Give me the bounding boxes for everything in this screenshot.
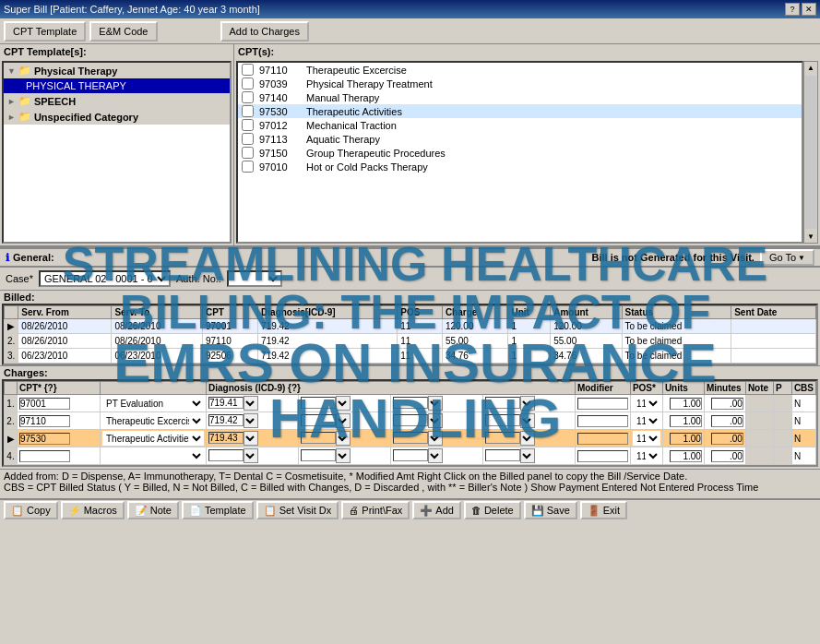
ch-cpt-input-1[interactable] xyxy=(19,398,70,410)
ch-minutes-1[interactable] xyxy=(704,395,745,412)
ch-minutes-4[interactable] xyxy=(704,447,745,465)
cpt-item-97150[interactable]: 97150 Group Therapeutic Procedures xyxy=(238,146,802,160)
ch-cpt-input-2[interactable] xyxy=(19,415,70,427)
ch-note-2[interactable] xyxy=(745,412,773,430)
template-button[interactable]: 📄 Template xyxy=(182,501,254,519)
ch-pos-select-3[interactable]: 11 xyxy=(633,431,660,446)
sidebar-item-physical-therapy-sub[interactable]: PHYSICAL THERAPY xyxy=(4,78,230,93)
ch-p-3[interactable] xyxy=(773,430,791,447)
cpt-checkbox-97530[interactable] xyxy=(242,105,254,117)
cpt-scrollbar[interactable]: ▲ ▼ xyxy=(803,61,818,244)
cpt-item-97039[interactable]: 97039 Physical Therapy Treatment xyxy=(238,77,802,90)
print-fax-button[interactable]: 🖨 Print\Fax xyxy=(341,501,410,519)
ch-dx4-2[interactable] xyxy=(482,412,575,430)
ch-cpt-2[interactable] xyxy=(18,412,101,430)
ch-dx4-4[interactable] xyxy=(482,447,575,465)
sidebar-item-physical-therapy[interactable]: ▼ 📁 Physical Therapy xyxy=(4,63,230,78)
auth-select[interactable] xyxy=(227,270,282,287)
cpt-checkbox-97012[interactable] xyxy=(242,119,254,131)
sidebar-item-unspecified[interactable]: ► 📁 Unspecified Category xyxy=(4,109,230,125)
ch-cpt-select-3[interactable]: Therapeutic Activities xyxy=(102,431,204,446)
ch-mod-4[interactable] xyxy=(575,447,630,465)
charges-row-2[interactable]: 2. Therapeutic Excercise xyxy=(5,412,816,430)
cpt-checkbox-97113[interactable] xyxy=(242,133,254,145)
cpt-item-97110[interactable]: 97110 Therapeutic Excercise xyxy=(238,63,802,77)
ch-cpt-3[interactable] xyxy=(18,430,101,447)
ch-cpt-dd-4[interactable] xyxy=(101,447,207,465)
ch-cpt-dd-1[interactable]: PT Evaluation xyxy=(101,395,207,412)
cpt-checkbox-97140[interactable] xyxy=(242,91,254,103)
ch-dx3-1[interactable] xyxy=(390,395,482,412)
ch-pos-4[interactable]: 11 xyxy=(630,447,662,465)
ch-note-3[interactable] xyxy=(745,430,773,447)
ch-dx4-1[interactable] xyxy=(482,395,575,412)
ch-pos-select-2[interactable]: 11 xyxy=(633,413,660,428)
ch-pos-3[interactable]: 11 xyxy=(630,430,662,447)
ch-dx3-3[interactable] xyxy=(390,430,482,447)
ch-minutes-3[interactable] xyxy=(704,430,745,447)
ch-p-4[interactable] xyxy=(773,447,791,465)
add-charges-button[interactable]: Add to Charges xyxy=(220,21,309,42)
set-visit-dx-button[interactable]: 📋 Set Visit Dx xyxy=(256,501,339,519)
case-select[interactable]: GENERAL 02 - 0001 - 0 xyxy=(39,270,171,287)
ch-dx2-4[interactable] xyxy=(298,447,390,465)
charges-row-4[interactable]: 4. xyxy=(5,447,816,465)
ch-mod-3[interactable] xyxy=(575,430,630,447)
ch-cpt-dd-3[interactable]: Therapeutic Activities xyxy=(101,430,207,447)
billed-row-2[interactable]: 2. 08/26/2010 08/26/2010 97110 719.42 11… xyxy=(5,334,816,349)
goto-button[interactable]: Go To ▼ xyxy=(760,249,814,266)
cpt-checkbox-97110[interactable] xyxy=(242,64,254,76)
copy-button[interactable]: 📋 Copy xyxy=(4,501,58,519)
ch-units-2[interactable] xyxy=(662,412,704,430)
ch-note-4[interactable] xyxy=(745,447,773,465)
cpt-item-97010[interactable]: 97010 Hot or Cold Packs Therapy xyxy=(238,160,802,173)
ch-dx2-2[interactable] xyxy=(298,412,390,430)
charges-row-1[interactable]: 1. PT Evaluation xyxy=(5,395,816,412)
charges-row-3[interactable]: ▶ Therapeutic Activities xyxy=(5,430,816,447)
ch-p-1[interactable] xyxy=(773,395,791,412)
ch-pos-1[interactable]: 11 xyxy=(630,395,662,412)
delete-button[interactable]: 🗑 Delete xyxy=(464,501,521,519)
cpt-checkbox-97039[interactable] xyxy=(242,78,254,89)
cpt-checkbox-97150[interactable] xyxy=(242,147,254,159)
sidebar-item-speech[interactable]: ► 📁 SPEECH xyxy=(4,93,230,109)
ch-cpt-4[interactable] xyxy=(18,447,101,465)
ch-cpt-select-4[interactable] xyxy=(102,448,204,463)
ch-mod-1[interactable] xyxy=(575,395,630,412)
exit-button[interactable]: 🚪 Exit xyxy=(580,501,627,519)
ch-minutes-2[interactable] xyxy=(704,412,745,430)
add-button[interactable]: ➕ Add xyxy=(412,501,461,519)
cpt-item-97113[interactable]: 97113 Aquatic Therapy xyxy=(238,132,802,146)
ch-note-1[interactable] xyxy=(745,395,773,412)
macros-button[interactable]: ⚡ Macros xyxy=(61,501,125,519)
ch-cpt-input-4[interactable] xyxy=(19,450,70,462)
ch-dx3-2[interactable] xyxy=(390,412,482,430)
ch-cpt-select-2[interactable]: Therapeutic Excercise xyxy=(102,413,204,428)
ch-pos-select-4[interactable]: 11 xyxy=(633,448,660,463)
cpt-template-button[interactable]: CPT Template xyxy=(4,21,86,42)
cpt-item-97012[interactable]: 97012 Mechanical Traction xyxy=(238,118,802,132)
billed-row-3[interactable]: 3. 06/23/2010 06/23/2010 92506 719.42 11… xyxy=(5,349,816,364)
ch-dx1-3[interactable] xyxy=(207,430,299,447)
ch-dx1-1[interactable] xyxy=(207,395,299,412)
help-button[interactable]: ? xyxy=(785,3,800,16)
ch-pos-2[interactable]: 11 xyxy=(630,412,662,430)
ch-units-3[interactable] xyxy=(662,430,704,447)
ch-cpt-1[interactable] xyxy=(18,395,101,412)
ch-cpt-select-1[interactable]: PT Evaluation xyxy=(102,396,204,411)
ch-cpt-dd-2[interactable]: Therapeutic Excercise xyxy=(101,412,207,430)
ch-dx1-2[interactable] xyxy=(207,412,299,430)
cpt-checkbox-97010[interactable] xyxy=(242,161,254,173)
ch-mod-2[interactable] xyxy=(575,412,630,430)
close-button[interactable]: ✕ xyxy=(802,3,816,16)
ch-units-1[interactable] xyxy=(662,395,704,412)
ch-dx2-1[interactable] xyxy=(298,395,390,412)
em-code-button[interactable]: E&M Code xyxy=(89,21,157,42)
ch-units-4[interactable] xyxy=(662,447,704,465)
ch-dx4-3[interactable] xyxy=(482,430,575,447)
ch-cpt-input-3[interactable] xyxy=(19,433,70,445)
billed-row-1[interactable]: ▶ 08/26/2010 08/26/2010 97001 719.42 11 … xyxy=(5,319,816,334)
cpt-item-97140[interactable]: 97140 Manual Therapy xyxy=(238,90,802,104)
ch-p-2[interactable] xyxy=(773,412,791,430)
save-button[interactable]: 💾 Save xyxy=(524,501,577,519)
